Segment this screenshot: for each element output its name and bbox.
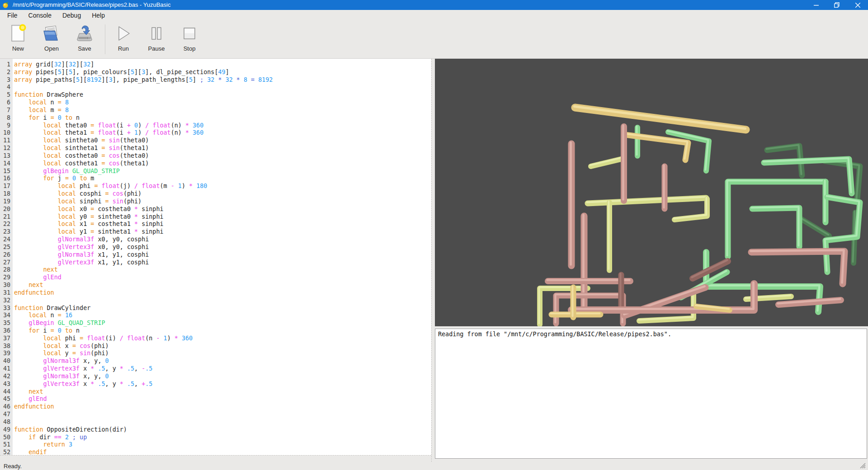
source-line[interactable]: 42 glNormal3f x, y, 0 [0, 373, 431, 381]
source-line[interactable]: 6 local n = 8 [0, 99, 431, 107]
source-line[interactable]: 43 glVertex3f x * .5, y * .5, +.5 [0, 381, 431, 388]
source-line[interactable]: 16 for j = 0 to m [0, 175, 431, 183]
menu-item-debug[interactable]: Debug [57, 10, 86, 20]
source-line[interactable]: 51 return 3 [0, 441, 431, 449]
minimize-button[interactable] [806, 0, 826, 10]
line-number: 44 [0, 388, 13, 396]
toolbar-separator [105, 24, 105, 54]
new-button[interactable]: New [3, 24, 33, 56]
restore-button[interactable] [826, 0, 847, 10]
source-line[interactable]: 8 for i = 0 to n [0, 114, 431, 122]
console-output[interactable]: Reading from file "/mnt/c/Programming/BA… [435, 329, 867, 459]
source-line[interactable]: 34 local n = 16 [0, 312, 431, 320]
close-button[interactable] [847, 0, 868, 10]
source-line[interactable]: 14 local costheta1 = cos(theta1) [0, 160, 431, 168]
source-line[interactable]: 39 local y = sin(phi) [0, 350, 431, 357]
source-line[interactable]: 21 local y0 = sintheta0 * sinphi [0, 213, 431, 221]
source-line[interactable]: 52 endif [0, 449, 431, 455]
source-line[interactable]: 22 local x1 = costheta1 * sinphi [0, 221, 431, 228]
source-line[interactable]: 26 glNormal3f x1, y1, cosphi [0, 251, 431, 259]
line-number: 21 [0, 213, 13, 221]
source-line[interactable]: 4 [0, 84, 431, 91]
line-code: next [13, 266, 58, 274]
source-line[interactable]: 47 [0, 411, 431, 418]
source-line[interactable]: 3array pipe_paths[5][8192][3], pipe_path… [0, 76, 431, 84]
source-line[interactable]: 9 local theta0 = float(i + 0) / float(n)… [0, 122, 431, 130]
editor-horizontal-scrollbar[interactable] [0, 455, 431, 462]
menu-item-console[interactable]: Console [23, 10, 57, 20]
line-code [13, 84, 14, 91]
status-text: Ready. [0, 463, 22, 470]
source-line[interactable]: 5function DrawSphere [0, 91, 431, 99]
source-line[interactable]: 50 if dir == 2 ; up [0, 434, 431, 442]
source-line[interactable]: 12 local sintheta1 = sin(theta1) [0, 145, 431, 152]
code-editor[interactable]: 1array grid[32][32][32]2array pipes[5][5… [0, 59, 431, 455]
open-button[interactable]: Open [37, 24, 66, 56]
line-number: 33 [0, 305, 13, 312]
line-code: glNormal3f x1, y1, cosphi [13, 251, 149, 259]
source-line[interactable]: 10 local theta1 = float(i + 1) / float(n… [0, 129, 431, 137]
save-button[interactable]: Save [70, 24, 99, 56]
source-line[interactable]: 45 glEnd [0, 395, 431, 403]
source-line[interactable]: 36 for i = 0 to n [0, 327, 431, 335]
source-line[interactable]: 29 glEnd [0, 274, 431, 282]
line-code: local n = 16 [13, 312, 72, 320]
resize-grip-icon[interactable] [859, 462, 866, 469]
source-line[interactable]: 2array pipes[5][5], pipe_colours[5][3], … [0, 69, 431, 76]
line-code: glBegin GL_QUAD_STRIP [13, 168, 120, 175]
source-line[interactable]: 48 [0, 418, 431, 426]
line-code: local phi = float(i) / float(n - 1) * 36… [13, 335, 193, 343]
source-line[interactable]: 1array grid[32][32][32] [0, 61, 431, 69]
source-line[interactable]: 20 local x0 = costheta0 * sinphi [0, 206, 431, 213]
source-line[interactable]: 25 glVertex3f x0, y0, cosphi [0, 244, 431, 251]
source-line[interactable]: 41 glVertex3f x * .5, y * .5, -.5 [0, 365, 431, 373]
line-code: local phi = float(j) / float(m - 1) * 18… [13, 183, 207, 190]
line-number: 32 [0, 297, 13, 305]
source-line[interactable]: 30 next [0, 282, 431, 289]
line-code: glVertex3f x0, y0, cosphi [13, 244, 149, 251]
source-line[interactable]: 13 local costheta0 = cos(theta0) [0, 152, 431, 160]
stop-button[interactable]: Stop [175, 24, 204, 56]
source-line[interactable]: 17 local phi = float(j) / float(m - 1) *… [0, 183, 431, 190]
source-line[interactable]: 19 local sinphi = sin(phi) [0, 198, 431, 206]
line-number: 18 [0, 190, 13, 198]
line-number: 12 [0, 145, 13, 152]
source-line[interactable]: 46endfunction [0, 403, 431, 411]
line-number: 37 [0, 335, 13, 343]
source-line[interactable]: 37 local phi = float(i) / float(n - 1) *… [0, 335, 431, 343]
line-code: local x1 = costheta1 * sinphi [13, 221, 164, 228]
source-line[interactable]: 31endfunction [0, 289, 431, 297]
source-line[interactable]: 38 local x = cos(phi) [0, 343, 431, 350]
source-line[interactable]: 15 glBegin GL_QUAD_STRIP [0, 168, 431, 175]
source-line[interactable]: 27 glVertex3f x1, y1, cosphi [0, 259, 431, 267]
menu-item-help[interactable]: Help [86, 10, 110, 20]
line-number: 17 [0, 183, 13, 190]
source-line[interactable]: 18 local cosphi = cos(phi) [0, 190, 431, 198]
vertical-splitter[interactable] [431, 59, 435, 462]
source-line[interactable]: 7 local m = 8 [0, 107, 431, 114]
app-icon [2, 1, 9, 9]
line-code: function OppositeDirection(dir) [13, 426, 127, 434]
source-line[interactable]: 33function DrawCylinder [0, 305, 431, 312]
source-line[interactable]: 44 next [0, 388, 431, 396]
source-line[interactable]: 23 local y1 = sintheta1 * sinphi [0, 228, 431, 236]
line-number: 10 [0, 129, 13, 137]
line-code: array pipes[5][5], pipe_colours[5][3], d… [13, 69, 229, 76]
run-button[interactable]: Run [108, 24, 138, 56]
source-line[interactable]: 11 local sintheta0 = sin(theta0) [0, 137, 431, 145]
line-number: 38 [0, 343, 13, 350]
line-number: 15 [0, 168, 13, 175]
menu-item-file[interactable]: File [2, 10, 23, 20]
pause-button-label: Pause [148, 45, 165, 52]
pause-button[interactable]: Pause [142, 24, 171, 56]
status-bar: Ready. [0, 462, 868, 470]
line-number: 4 [0, 84, 13, 91]
source-line[interactable]: 32 [0, 297, 431, 305]
source-line[interactable]: 28 next [0, 266, 431, 274]
source-line[interactable]: 49function OppositeDirection(dir) [0, 426, 431, 434]
source-line[interactable]: 35 glBegin GL_QUAD_STRIP [0, 320, 431, 327]
line-code: local m = 8 [13, 107, 69, 114]
source-line[interactable]: 40 glNormal3f x, y, 0 [0, 357, 431, 365]
source-line[interactable]: 24 glNormal3f x0, y0, cosphi [0, 236, 431, 244]
line-code: glEnd [13, 395, 47, 403]
